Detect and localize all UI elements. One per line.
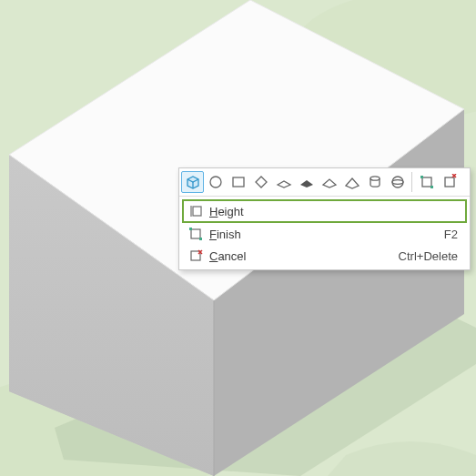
svg-rect-31: [191, 229, 200, 238]
svg-rect-25: [430, 186, 433, 188]
svg-rect-30: [193, 207, 201, 216]
svg-marker-19: [346, 178, 359, 188]
tool-wedge-c[interactable]: [318, 171, 340, 193]
svg-rect-23: [422, 177, 431, 187]
tool-cylinder[interactable]: [363, 171, 386, 193]
svg-rect-33: [199, 238, 202, 240]
menu-item-label: Finish: [206, 228, 444, 241]
toolbar-separator: [411, 172, 412, 192]
finish-icon: [186, 225, 206, 243]
svg-point-13: [210, 177, 221, 187]
tool-wedge-a[interactable]: [272, 171, 295, 193]
tool-square[interactable]: [227, 171, 249, 193]
tool-cube[interactable]: [181, 171, 204, 193]
svg-rect-32: [189, 228, 192, 230]
menu-items: Height Finish F2 Cancel: [179, 197, 470, 269]
svg-rect-26: [445, 177, 454, 187]
context-menu: Height Finish F2 Cancel: [178, 167, 471, 270]
svg-point-22: [392, 180, 403, 185]
menu-item-label: Cancel: [206, 249, 399, 263]
menu-item-cancel[interactable]: Cancel Ctrl+Delete: [182, 245, 467, 267]
svg-rect-14: [233, 177, 244, 187]
menu-item-shortcut: F2: [444, 228, 463, 241]
tool-wedge-d[interactable]: [340, 171, 363, 193]
svg-marker-18: [323, 179, 336, 187]
tool-wedge-b[interactable]: [295, 171, 318, 193]
svg-marker-17: [300, 180, 313, 187]
svg-point-20: [370, 177, 380, 180]
cancel-icon: [186, 247, 206, 265]
svg-marker-16: [278, 181, 290, 187]
svg-marker-15: [256, 177, 267, 187]
svg-point-21: [392, 177, 403, 187]
menu-item-height[interactable]: Height: [182, 199, 467, 223]
menu-item-finish[interactable]: Finish F2: [182, 223, 467, 245]
tool-transform-cancel[interactable]: [438, 171, 461, 193]
menu-item-shortcut: Ctrl+Delete: [399, 249, 463, 263]
menu-item-label: Height: [206, 205, 458, 218]
tool-circle[interactable]: [204, 171, 227, 193]
tool-transform-finish[interactable]: [415, 171, 438, 193]
tool-sphere[interactable]: [386, 171, 409, 193]
shape-toolbar: [179, 168, 470, 197]
svg-rect-24: [420, 176, 423, 178]
tool-diamond[interactable]: [249, 171, 272, 193]
height-icon: [186, 202, 206, 220]
